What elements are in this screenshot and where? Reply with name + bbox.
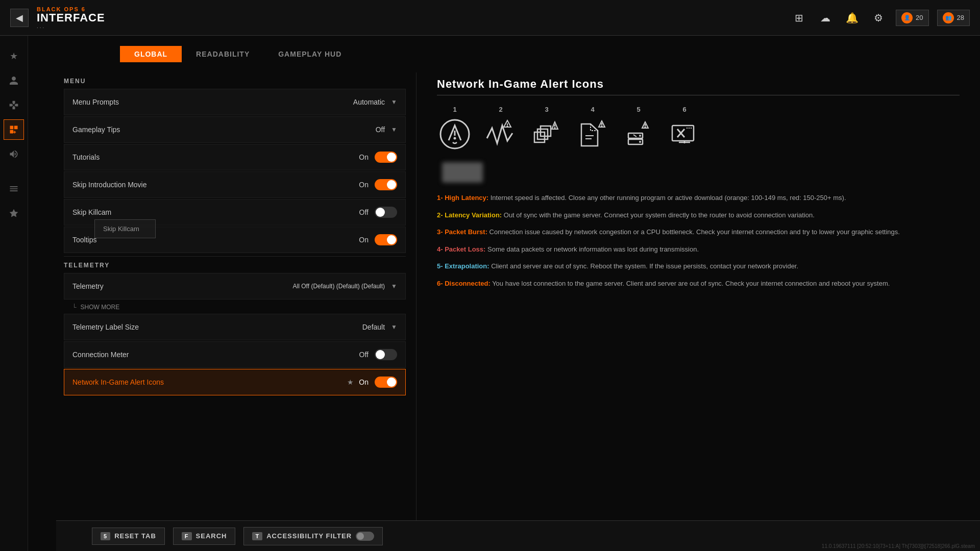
toggle-skip-killcam[interactable] (375, 207, 397, 218)
setting-telemetry[interactable]: Telemetry All Off (Default) (Default) (D… (64, 273, 406, 299)
setting-skip-intro[interactable]: Skip Introduction Movie On (64, 171, 406, 198)
user-count: 20 (916, 14, 923, 21)
setting-name-tooltips: Tooltips (72, 236, 359, 244)
setting-telemetry-label-size[interactable]: Telemetry Label Size Default ▼ (64, 314, 406, 340)
setting-value-menu-prompts: Automatic (353, 98, 385, 106)
setting-value-connection-meter: Off (359, 350, 369, 359)
desc-text-5: Client and server are out of sync. Reboo… (491, 262, 798, 270)
header: ◀ BLACK OPS 6 INTERFACE ... ⊞ ☁ 🔔 ⚙ 👤 20… (0, 0, 980, 36)
setting-name-network-alert-icons: Network In-Game Alert Icons (72, 378, 347, 386)
desc-item-1: 1- High Latency: Internet speed is affec… (437, 193, 960, 203)
header-right: ⊞ ☁ 🔔 ⚙ 👤 20 👥 28 (790, 9, 970, 27)
svg-point-20 (639, 135, 641, 137)
blurred-icon (442, 162, 483, 183)
desc-label-6: 6- Disconnected: (437, 280, 491, 287)
sidebar-item-extra[interactable] (4, 203, 24, 223)
show-more[interactable]: └ SHOW MORE (64, 300, 406, 314)
desc-item-2: 2- Latency Variation: Out of sync with t… (437, 210, 960, 220)
dropdown-arrow-telemetry-label-size: ▼ (391, 323, 397, 331)
icon-img-5 (621, 116, 656, 152)
toggle-skip-intro[interactable] (375, 179, 397, 190)
icon-img-4 (575, 116, 610, 152)
icon-number-6: 6 (682, 106, 686, 113)
desc-label-5: 5- Extrapolation: (437, 262, 489, 270)
friends-badge[interactable]: 👥 28 (937, 10, 970, 26)
sidebar-item-audio[interactable] (4, 144, 24, 164)
search-key-badge: F (182, 532, 192, 540)
setting-name-skip-intro: Skip Introduction Movie (72, 181, 359, 189)
cloud-icon[interactable]: ☁ (816, 9, 835, 27)
desc-text-1: Internet speed is affected. Close any ot… (491, 194, 846, 202)
sidebar-item-favorites[interactable]: ★ (4, 46, 24, 66)
tab-readability[interactable]: READABILITY (182, 46, 264, 62)
reset-key-badge: 5 (101, 532, 110, 540)
apps-icon[interactable]: ⊞ (790, 9, 808, 27)
accessibility-label: ACCESSIBILITY FILTER (266, 532, 352, 540)
toggle-connection-meter[interactable] (375, 349, 397, 360)
icon-img-6 (667, 116, 702, 152)
desc-text-3: Connection issue caused by network conge… (489, 228, 900, 236)
setting-value-tutorials: On (359, 153, 369, 161)
back-button[interactable]: ◀ (10, 9, 29, 27)
setting-network-alert-icons[interactable]: Network In-Game Alert Icons ★ On (64, 369, 406, 395)
toggle-tooltips[interactable] (375, 234, 397, 245)
back-icon: ◀ (16, 12, 23, 23)
sidebar-item-interface[interactable] (4, 119, 24, 140)
setting-tutorials[interactable]: Tutorials On (64, 144, 406, 170)
setting-tooltips[interactable]: Tooltips On (64, 227, 406, 253)
toggle-tutorials[interactable] (375, 152, 397, 163)
accessibility-toggle-switch[interactable] (356, 532, 374, 541)
sidebar: ★ (0, 36, 28, 551)
sidebar-item-menu2[interactable] (4, 179, 24, 199)
dropdown-arrow-telemetry: ▼ (391, 283, 397, 290)
svg-point-12 (554, 127, 555, 129)
friends-badge-icon: 👥 (943, 12, 954, 23)
icon-number-1: 1 (453, 106, 456, 113)
settings-icon[interactable]: ⚙ (869, 9, 888, 27)
icon-number-2: 2 (499, 106, 502, 113)
reset-tab-button[interactable]: 5 RESET TAB (92, 528, 165, 545)
icon-number-4: 4 (591, 106, 594, 113)
toggle-network-alert-icons[interactable] (375, 377, 397, 388)
icon-item-6: 6 (667, 106, 702, 152)
setting-name-connection-meter: Connection Meter (72, 350, 359, 359)
reset-tab-label: RESET TAB (114, 532, 156, 540)
setting-value-telemetry: All Off (Default) (Default) (Default) (293, 283, 385, 290)
accessibility-filter-button[interactable]: T ACCESSIBILITY FILTER (243, 527, 383, 545)
icon-item-2: 2 (483, 106, 519, 152)
svg-rect-9 (541, 126, 551, 136)
svg-point-6 (506, 125, 508, 127)
setting-gameplay-tips[interactable]: Gameplay Tips Off ▼ (64, 116, 406, 143)
svg-line-22 (633, 135, 636, 137)
friends-count: 28 (957, 14, 964, 21)
desc-item-6: 6- Disconnected: You have lost connectio… (437, 279, 960, 289)
desc-item-5: 5- Extrapolation: Client and server are … (437, 261, 960, 271)
icon-item-4: 4 (575, 106, 610, 152)
setting-connection-meter[interactable]: Connection Meter Off (64, 341, 406, 368)
star-icon: ★ (347, 378, 354, 386)
icon-item-5: 5 (621, 106, 656, 152)
search-button[interactable]: F SEARCH (173, 528, 236, 545)
tab-gameplay-hud[interactable]: GAMEPLAY HUD (264, 46, 356, 62)
icon-number-3: 3 (545, 106, 548, 113)
notification-icon[interactable]: 🔔 (843, 9, 861, 27)
desc-text-2: Out of sync with the game server. Connec… (504, 211, 815, 219)
setting-skip-killcam[interactable]: Skip Killcam Off (64, 199, 406, 226)
user-badge[interactable]: 👤 20 (896, 10, 928, 26)
sidebar-item-gameplay[interactable] (4, 95, 24, 115)
icon-item-1: 1 (437, 106, 473, 152)
setting-value-telemetry-label-size: Default (362, 323, 385, 331)
svg-point-21 (639, 141, 641, 143)
setting-name-gameplay-tips: Gameplay Tips (72, 126, 376, 134)
icon-number-5: 5 (636, 106, 640, 113)
tab-global[interactable]: GLOBAL (120, 46, 182, 62)
sidebar-item-profile[interactable] (4, 70, 24, 91)
svg-rect-7 (534, 132, 545, 142)
setting-name-menu-prompts: Menu Prompts (72, 98, 353, 106)
setting-name-tutorials: Tutorials (72, 153, 359, 161)
setting-value-gameplay-tips: Off (376, 126, 385, 134)
setting-menu-prompts[interactable]: Menu Prompts Automatic ▼ (64, 89, 406, 115)
left-panel: MENU Menu Prompts Automatic ▼ Gameplay T… (28, 72, 416, 520)
svg-point-25 (644, 126, 646, 128)
svg-point-17 (601, 125, 602, 127)
